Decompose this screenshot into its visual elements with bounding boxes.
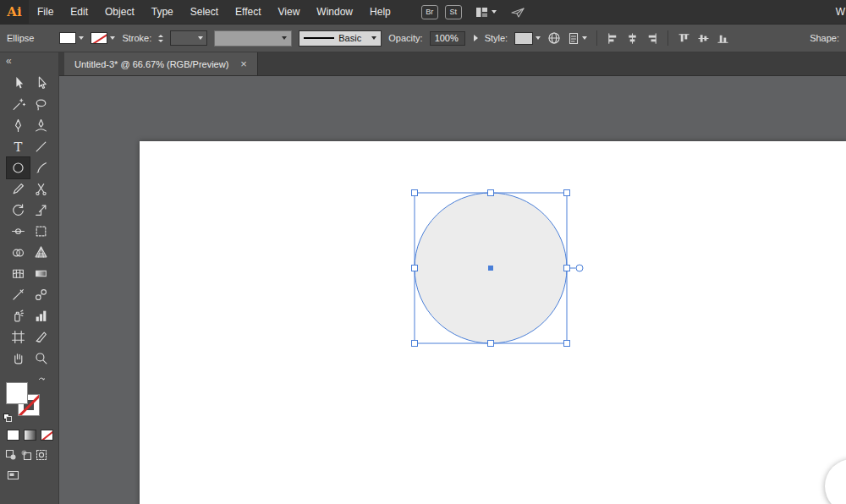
pie-widget-handle[interactable] xyxy=(576,265,583,271)
tool-scissors[interactable] xyxy=(30,178,52,200)
tool-pencil[interactable] xyxy=(7,178,30,200)
draw-behind-icon[interactable] xyxy=(20,449,32,461)
menu-effect[interactable]: Effect xyxy=(227,6,269,18)
tool-paintbrush[interactable] xyxy=(30,157,52,178)
document-tab[interactable]: Untitled-3* @ 66.67% (RGB/Preview) × xyxy=(64,52,258,75)
tool-zoom[interactable] xyxy=(30,348,52,369)
menu-file[interactable]: File xyxy=(29,6,62,18)
tool-ellipse[interactable] xyxy=(7,157,30,178)
draw-inside-icon[interactable] xyxy=(36,449,47,461)
stepper-up-icon[interactable] xyxy=(158,35,163,37)
handle-bottom-right[interactable] xyxy=(564,341,570,347)
tool-curvature[interactable] xyxy=(30,115,52,136)
menu-edit[interactable]: Edit xyxy=(62,6,96,18)
tool-shape-builder[interactable] xyxy=(7,242,30,263)
menu-view[interactable]: View xyxy=(270,6,309,18)
canvas[interactable] xyxy=(59,76,846,504)
pencil-tool-icon xyxy=(11,182,25,196)
menu-object[interactable]: Object xyxy=(96,6,143,18)
document-tab-title: Untitled-3* @ 66.67% (RGB/Preview) xyxy=(74,59,228,69)
document-setup-button[interactable] xyxy=(568,32,587,45)
tool-artboard[interactable] xyxy=(7,326,30,348)
graphic-style-dropdown[interactable] xyxy=(514,32,541,45)
tool-hand[interactable] xyxy=(7,348,30,369)
tool-scale[interactable] xyxy=(30,200,52,221)
tool-rotate[interactable] xyxy=(7,200,30,221)
tool-lasso[interactable] xyxy=(30,94,52,115)
tool-line-segment[interactable] xyxy=(30,136,52,157)
stroke-none-swatch[interactable] xyxy=(91,32,107,44)
menubar: Ai File Edit Object Type Select Effect V… xyxy=(0,0,846,24)
tool-slice[interactable] xyxy=(30,326,52,348)
chevron-down-icon xyxy=(371,36,376,40)
stock-button[interactable]: St xyxy=(445,5,462,19)
align-vertical-bottom-icon[interactable] xyxy=(717,32,729,45)
align-vertical-center-icon[interactable] xyxy=(697,32,710,45)
bridge-button[interactable]: Br xyxy=(421,5,438,19)
draw-normal-icon[interactable] xyxy=(5,449,17,461)
app-logo[interactable]: Ai xyxy=(0,0,29,24)
color-button[interactable] xyxy=(7,430,19,441)
handle-middle-left[interactable] xyxy=(412,266,418,271)
stroke-weight-stepper[interactable] xyxy=(158,35,163,42)
fill-color-dropdown[interactable] xyxy=(59,32,84,44)
tool-magic-wand[interactable] xyxy=(7,94,30,115)
tool-mesh[interactable] xyxy=(7,263,30,284)
handle-bottom-left[interactable] xyxy=(412,341,418,347)
document-setup-globe-icon[interactable] xyxy=(547,31,561,45)
tools-panel: « xyxy=(0,52,59,504)
opacity-expand-arrow[interactable] xyxy=(474,35,478,41)
menu-select[interactable]: Select xyxy=(182,6,227,18)
handle-top-center[interactable] xyxy=(488,190,494,196)
brush-definition-dropdown[interactable]: Basic xyxy=(299,30,382,47)
swap-fill-stroke-icon[interactable] xyxy=(36,375,47,386)
tool-direct-selection[interactable] xyxy=(30,73,52,94)
tool-perspective-grid[interactable] xyxy=(30,242,52,263)
stroke-color-dropdown[interactable] xyxy=(91,32,115,44)
share-button[interactable] xyxy=(510,6,525,19)
style-swatch[interactable] xyxy=(514,32,533,45)
slice-tool-icon xyxy=(34,330,48,344)
arrange-documents-button[interactable] xyxy=(475,6,497,19)
gradient-tool-icon xyxy=(34,266,48,281)
tool-type[interactable]: T xyxy=(7,136,30,157)
symbol-sprayer-tool-icon xyxy=(11,309,25,323)
tool-pen[interactable] xyxy=(7,115,30,136)
tool-selection[interactable] xyxy=(7,73,30,94)
stroke-weight-dropdown[interactable] xyxy=(170,30,207,46)
tool-eyedropper[interactable] xyxy=(7,284,30,305)
tool-symbol-sprayer[interactable] xyxy=(7,305,30,326)
separator xyxy=(596,30,597,46)
align-horizontal-center-icon[interactable] xyxy=(626,32,639,45)
center-point-handle[interactable] xyxy=(488,266,493,271)
handle-middle-right[interactable] xyxy=(564,266,570,271)
type-tool-icon: T xyxy=(11,140,25,154)
tool-blend[interactable] xyxy=(30,284,52,305)
gradient-button[interactable] xyxy=(24,430,36,441)
close-icon[interactable]: × xyxy=(240,58,247,69)
direct-selection-tool-icon xyxy=(34,76,48,90)
tool-gradient[interactable] xyxy=(30,263,52,284)
handle-top-right[interactable] xyxy=(564,190,570,196)
fill-swatch[interactable] xyxy=(59,32,76,44)
screen-mode-button[interactable] xyxy=(7,469,58,484)
menu-help[interactable]: Help xyxy=(361,6,399,18)
default-fill-stroke-icon[interactable] xyxy=(3,414,13,423)
tool-width[interactable] xyxy=(7,221,30,242)
stepper-down-icon[interactable] xyxy=(158,40,163,42)
align-vertical-top-icon[interactable] xyxy=(678,32,690,45)
handle-bottom-center[interactable] xyxy=(488,341,494,347)
none-button[interactable] xyxy=(41,430,53,441)
fill-proxy-swatch[interactable] xyxy=(6,382,28,404)
handle-top-left[interactable] xyxy=(412,190,418,196)
align-horizontal-left-icon[interactable] xyxy=(607,32,619,45)
workspace-label[interactable]: W xyxy=(836,6,846,18)
align-horizontal-right-icon[interactable] xyxy=(645,32,658,45)
opacity-field[interactable]: 100% xyxy=(430,31,465,46)
collapse-panel-button[interactable]: « xyxy=(0,52,58,73)
menu-type[interactable]: Type xyxy=(143,6,182,18)
chevron-down-icon xyxy=(198,36,203,40)
menu-window[interactable]: Window xyxy=(308,6,361,18)
tool-free-transform[interactable] xyxy=(30,221,52,242)
tool-column-graph[interactable] xyxy=(30,305,52,326)
